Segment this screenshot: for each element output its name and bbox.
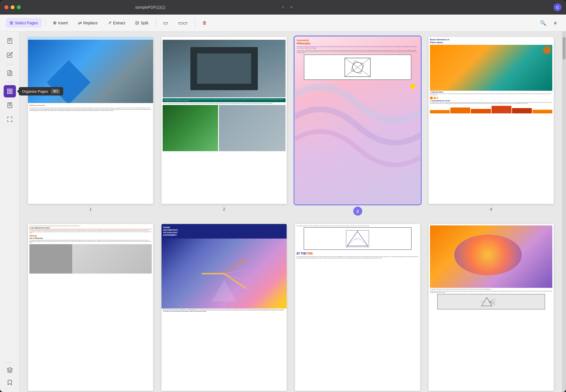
close-button[interactable] [4,5,8,9]
window-title: samplePDF(1)(1) [23,5,278,10]
page-item-5: Points also have dominant and recessive … [28,224,153,392]
page-number-1: 1 [89,207,92,211]
insert-label: Insert [58,21,68,25]
svg-line-27 [360,239,368,246]
page-thumb-4[interactable]: Basic Elements ofPlane Space 1. KNOW THE… [429,37,554,204]
toolbar-divider-3 [195,19,195,27]
svg-text:C: C [368,246,369,248]
sidebar-item-select[interactable] [4,113,16,125]
svg-line-31 [489,298,495,302]
user-avatar: C [554,3,562,11]
toolbar-divider-2 [156,19,156,27]
page-number-2: 2 [223,207,225,211]
sidebar-separator-1 [6,64,14,64]
replace-button[interactable]: ⇄ Replace [74,18,102,28]
scrollbar-thumb[interactable] [563,37,565,59]
svg-line-32 [489,300,495,302]
sidebar-item-organize-wrapper: Organize Pages ⌘3 [4,85,16,97]
sidebar-separator-2 [6,82,14,82]
title-bar: samplePDF(1)(1) × + C [0,0,566,15]
sidebar-item-clipboard[interactable] [4,99,16,111]
zoom-in-icon: ⊕ [554,21,557,25]
delete-button[interactable]: 🗑 [198,18,211,28]
svg-line-26 [347,239,355,246]
insert-icon: ⊕ [53,20,57,25]
select-pages-label: Select Pages [15,21,38,25]
svg-text:M: M [355,239,356,240]
svg-text:A: A [357,230,358,231]
single-page-button[interactable]: ▭ [159,18,172,28]
tooltip-shortcut: ⌘3 [51,89,60,94]
split-icon: ⊟ [135,20,139,25]
sidebar-bottom [4,361,16,389]
tab-add-button[interactable]: + [288,4,294,11]
sidebar-item-organize[interactable] [4,85,16,97]
svg-rect-9 [10,92,12,94]
pages-grid: 1 Building environment Combined with pra… [28,37,554,392]
two-page-icon: ▭▭ [178,20,188,26]
page-thumb-2[interactable]: 2 ▪ ▪ ▪ The practical resul [162,37,287,204]
sidebar-separator-3 [4,363,12,363]
sidebar-item-edit[interactable] [4,49,16,61]
left-sidebar: Organize Pages ⌘3 [0,31,20,392]
single-page-icon: ▭ [163,20,168,26]
svg-rect-7 [10,89,12,91]
sidebar-item-document[interactable] [4,35,16,47]
page-item-3: Geometric Philosophy The specific point … [295,37,420,216]
page-thumb-8[interactable]: This experiment can be repeated over and… [429,224,554,391]
page-item-2: 2 ▪ ▪ ▪ The practical resul [162,37,287,216]
delete-icon: 🗑 [202,20,207,25]
tab-close-button[interactable]: × [280,4,286,10]
page-thumb-1[interactable]: 1 Building environment Combined with pra… [28,37,153,204]
app-window: samplePDF(1)(1) × + C ⊞ Select Pages ⊕ I… [0,0,566,392]
page-item-4: Basic Elements ofPlane Space 1. KNOW THE… [429,37,554,216]
svg-line-35 [489,302,495,305]
page-number-4: 4 [490,207,492,211]
scrollbar[interactable] [562,31,566,392]
sidebar-item-layers[interactable] [4,364,16,376]
two-page-button[interactable]: ▭▭ [174,18,191,28]
tooltip-organize: Organize Pages ⌘3 [19,87,64,95]
replace-icon: ⇄ [78,20,82,25]
toolbar-divider-1 [45,19,46,27]
page-thumb-5[interactable]: Points also have dominant and recessive … [28,224,153,391]
svg-rect-0 [8,38,12,43]
zoom-out-icon: 🔍 [540,20,546,26]
page-thumb-7[interactable]: These studies laid the foundation for th… [295,224,420,391]
maximize-button[interactable] [17,5,21,9]
sidebar-item-bookmark[interactable] [4,376,16,389]
svg-rect-6 [7,89,9,91]
sidebar-item-notes[interactable] [4,67,16,79]
split-label: Split [141,21,148,25]
extract-icon: ↗ [108,20,111,25]
page-item-7: These studies laid the foundation for th… [295,224,420,392]
svg-text:B: B [347,246,347,248]
minimize-button[interactable] [11,5,15,9]
extract-label: Extract [113,21,125,25]
page-item-1: 1 Building environment Combined with pra… [28,37,153,216]
zoom-in-button[interactable]: ⊕ [550,18,560,28]
svg-marker-13 [7,368,12,370]
select-pages-button[interactable]: ⊞ Select Pages [6,18,42,28]
split-button[interactable]: ⊟ Split [131,18,152,28]
tooltip-label: Organize Pages [22,89,48,94]
content-area[interactable]: 1 Building environment Combined with pra… [20,31,562,392]
page-number-badge-3: 3 [353,207,362,216]
page-item-6: PRISMDECOMPOSITION SUNLIGHTEXPERIMENT [162,224,287,392]
toolbar: ⊞ Select Pages ⊕ Insert ⇄ Replace ↗ Extr… [0,15,566,31]
insert-button[interactable]: ⊕ Insert [49,18,72,28]
page-item-8: This experiment can be repeated over and… [429,224,554,392]
main-layout: Organize Pages ⌘3 [0,31,566,392]
svg-rect-10 [9,103,11,104]
replace-label: Replace [83,21,98,25]
page-thumb-3[interactable]: Geometric Philosophy The specific point … [295,37,420,204]
page-thumb-6[interactable]: PRISMDECOMPOSITION SUNLIGHTEXPERIMENT [162,224,287,391]
extract-button[interactable]: ↗ Extract [104,18,129,28]
svg-rect-8 [7,92,9,94]
select-pages-icon: ⊞ [10,20,13,25]
zoom-out-button[interactable]: 🔍 [538,18,548,28]
